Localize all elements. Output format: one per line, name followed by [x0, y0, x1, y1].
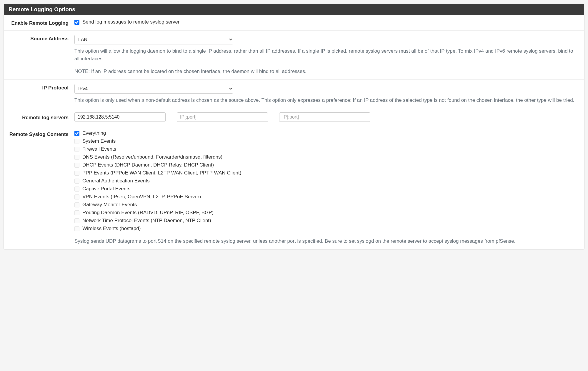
enable-remote-logging-checkbox[interactable]	[74, 20, 79, 25]
remote-log-servers-group	[74, 112, 578, 122]
syslog-content-checkbox-3	[74, 155, 79, 160]
syslog-content-label: General Authentication Events	[82, 178, 150, 184]
syslog-content-item: PPP Events (PPPoE WAN Client, L2TP WAN C…	[74, 170, 578, 176]
syslog-content-checkbox-11	[74, 218, 79, 223]
syslog-content-item: DNS Events (Resolver/unbound, Forwarder/…	[74, 154, 578, 160]
label-enable-remote-logging: Enable Remote Logging	[4, 19, 74, 26]
syslog-content-checkbox-7	[74, 187, 79, 192]
syslog-content-item: Wireless Events (hostapd)	[74, 226, 578, 232]
syslog-content-item: Network Time Protocol Events (NTP Daemon…	[74, 218, 578, 224]
syslog-content-label: Network Time Protocol Events (NTP Daemon…	[82, 218, 211, 224]
syslog-content-checkbox-4	[74, 163, 79, 168]
enable-remote-logging-checkbox-line: Send log messages to remote syslog serve…	[74, 19, 578, 25]
syslog-content-checkbox-12	[74, 226, 79, 231]
syslog-content-item: DHCP Events (DHCP Daemon, DHCP Relay, DH…	[74, 162, 578, 168]
syslog-contents-list: EverythingSystem EventsFirewall EventsDN…	[74, 130, 578, 232]
enable-remote-logging-checkbox-label: Send log messages to remote syslog serve…	[82, 19, 180, 25]
ip-protocol-select[interactable]: IPv4	[74, 84, 233, 94]
syslog-content-item: General Authentication Events	[74, 178, 578, 184]
syslog-content-label: PPP Events (PPPoE WAN Client, L2TP WAN C…	[82, 170, 241, 176]
syslog-content-label: System Events	[82, 138, 116, 144]
syslog-content-label: Everything	[82, 130, 106, 136]
syslog-content-checkbox-9	[74, 202, 79, 207]
syslog-content-label: DNS Events (Resolver/unbound, Forwarder/…	[82, 154, 222, 160]
syslog-content-checkbox-10	[74, 210, 79, 215]
row-ip-protocol: IP Protocol IPv4 This option is only use…	[4, 80, 584, 109]
syslog-content-item: Routing Daemon Events (RADVD, UPnP, RIP,…	[74, 210, 578, 216]
syslog-content-label: Firewall Events	[82, 146, 116, 152]
ip-protocol-help: This option is only used when a non-defa…	[74, 97, 578, 104]
panel-title: Remote Logging Options	[4, 4, 584, 15]
source-address-help: This option will allow the logging daemo…	[74, 47, 578, 75]
syslog-content-checkbox-0[interactable]	[74, 131, 79, 136]
syslog-content-item: Captive Portal Events	[74, 186, 578, 192]
syslog-content-label: Captive Portal Events	[82, 186, 130, 192]
remote-log-server-2-input[interactable]	[177, 112, 268, 122]
syslog-content-checkbox-6	[74, 179, 79, 184]
syslog-content-item: Everything	[74, 130, 578, 136]
source-address-select[interactable]: LAN	[74, 35, 233, 44]
syslog-content-checkbox-8	[74, 194, 79, 199]
syslog-content-checkbox-5	[74, 171, 79, 176]
syslog-content-label: DHCP Events (DHCP Daemon, DHCP Relay, DH…	[82, 162, 214, 168]
syslog-content-item: System Events	[74, 138, 578, 144]
syslog-content-checkbox-1	[74, 139, 79, 144]
syslog-content-item: VPN Events (IPsec, OpenVPN, L2TP, PPPoE …	[74, 194, 578, 200]
syslog-content-label: Gateway Monitor Events	[82, 202, 137, 208]
label-ip-protocol: IP Protocol	[4, 84, 74, 104]
label-remote-log-servers: Remote log servers	[4, 112, 74, 122]
row-source-address: Source Address LAN This option will allo…	[4, 31, 584, 80]
remote-log-server-1-input[interactable]	[74, 112, 166, 122]
syslog-contents-help: Syslog sends UDP datagrams to port 514 o…	[74, 237, 578, 245]
row-enable-remote-logging: Enable Remote Logging Send log messages …	[4, 15, 584, 31]
row-remote-log-servers: Remote log servers	[4, 108, 584, 126]
syslog-content-item: Firewall Events	[74, 146, 578, 152]
label-remote-syslog-contents: Remote Syslog Contents	[4, 130, 74, 245]
syslog-content-label: Routing Daemon Events (RADVD, UPnP, RIP,…	[82, 210, 214, 216]
syslog-content-checkbox-2	[74, 147, 79, 152]
remote-log-server-3-input[interactable]	[279, 112, 370, 122]
syslog-content-label: VPN Events (IPsec, OpenVPN, L2TP, PPPoE …	[82, 194, 201, 200]
syslog-content-item: Gateway Monitor Events	[74, 202, 578, 208]
syslog-content-label: Wireless Events (hostapd)	[82, 226, 141, 232]
row-remote-syslog-contents: Remote Syslog Contents EverythingSystem …	[4, 126, 584, 249]
label-source-address: Source Address	[4, 35, 74, 75]
remote-logging-panel: Remote Logging Options Enable Remote Log…	[4, 4, 584, 249]
